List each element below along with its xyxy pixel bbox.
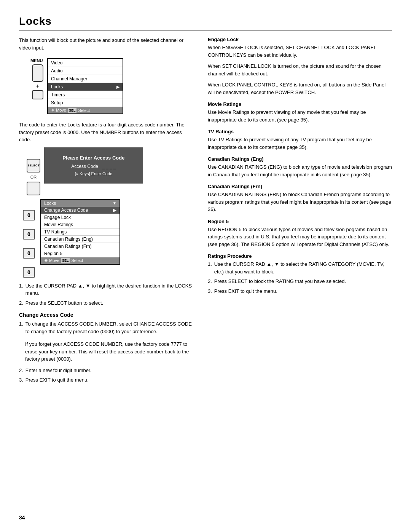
access-code-dialog: Please Enter Access Code Access Code _ _… <box>44 147 143 184</box>
right-column: Engage Lock When ENGAGE LOCK is selected… <box>208 37 392 389</box>
menu-item-locks: Locks ▶ <box>48 83 123 91</box>
enter-code-hint: [# Keys] Enter Code <box>56 171 132 176</box>
remote-body <box>32 64 43 82</box>
movie-ratings-text: Use Movie Ratings to prevent viewing of … <box>208 109 392 123</box>
change-access-steps-2: 2. Enter a new four digit number. 3. Pre… <box>19 367 194 384</box>
step-2-text: Press the SELECT button to select. <box>25 299 103 307</box>
cac-step-1-text: To change the ACCESS CODE NUMBER, select… <box>25 320 194 335</box>
locks-submenu: Locks ▼ Change Access Code ▶ Engage Lock… <box>40 199 120 265</box>
dialog-title: Please Enter Access Code <box>56 155 132 161</box>
remote-icon: + <box>30 64 45 99</box>
rp-step-3-text: Press EXIT to quit the menu. <box>214 288 277 295</box>
tv-ratings-heading: TV Ratings <box>208 129 392 134</box>
locks-menu-footer: ❖ Move SEL Select <box>41 257 119 264</box>
num-btn-0-3: 0 <box>23 248 35 259</box>
menu-item-channel-manager: Channel Manager <box>48 75 123 83</box>
title-divider <box>19 30 392 30</box>
canadian-frn-text: Use CANADIAN RATINGS (FRN) to block Cana… <box>208 191 392 213</box>
select-button: SELECT <box>27 159 40 173</box>
menu-item-timers: Timers <box>48 91 123 99</box>
num-btn-0-4: 0 <box>23 267 35 278</box>
change-access-arrow-icon: ▶ <box>113 208 116 213</box>
locks-select-label: Select <box>71 258 83 263</box>
access-dialog-wrapper: SELECT OR Please Enter Access Code Acces… <box>27 147 194 195</box>
access-code-value: _ _ _ _ <box>102 164 116 169</box>
engage-lock-para3: When LOCK PANEL CONTROL KEYS is turned o… <box>208 81 392 96</box>
lm-item-region5: Region 5 <box>41 250 119 257</box>
change-access-steps: 1. To change the ACCESS CODE NUMBER, sel… <box>19 320 194 335</box>
side-buttons: SELECT OR <box>27 159 40 195</box>
num-btn-0-2: 0 <box>23 229 35 240</box>
region5-text: Use REGION 5 to block various types of m… <box>208 226 392 248</box>
tv-ratings-text: Use TV Ratings to prevent viewing of any… <box>208 136 392 151</box>
canadian-eng-heading: Canadian Ratings (Eng) <box>208 156 392 162</box>
num-btn-0-1: 0 <box>23 210 35 220</box>
remote-bottom-btn <box>32 90 43 99</box>
step-1: 1. Use the CURSOR PAD ▲, ▼ to highlight … <box>19 282 194 297</box>
rp-step-1: 1. Use the CURSOR PAD ▲, ▼ to select the… <box>208 260 392 275</box>
locks-menu-header: Locks ▼ <box>41 200 119 207</box>
menu-item-video: Video <box>48 59 123 67</box>
menu-label: MENU + <box>30 58 47 99</box>
cac-step-2-text: Enter a new four digit number. <box>25 367 91 374</box>
lm-item-tv-ratings: TV Ratings <box>41 228 119 236</box>
lm-item-canadian-eng: Canadian Ratings (Eng) <box>41 236 119 243</box>
move-label: ❖ Move <box>51 108 66 113</box>
menu-item-audio: Audio <box>48 67 123 75</box>
lm-item-engage-lock: Engage Lock <box>41 214 119 221</box>
rp-step-2-text: Press SELECT to block the RATING that yo… <box>214 278 346 285</box>
cac-step-3: 3. Press EXIT to quit the menu. <box>19 376 194 384</box>
sel-badge: SEL <box>68 108 77 113</box>
change-access-code-heading: Change Access Code <box>19 312 194 318</box>
region5-heading: Region 5 <box>208 219 392 224</box>
page-number: 34 <box>19 514 25 521</box>
lm-item-movie-ratings: Movie Ratings <box>41 221 119 228</box>
cac-note: If you forget your ACCESS CODE NUMBER, u… <box>25 340 194 363</box>
rp-step-2: 2. Press SELECT to block the RATING that… <box>208 278 392 285</box>
alt-button <box>27 182 40 195</box>
menu-footer: ❖ Move SEL Select <box>48 107 123 113</box>
cac-step-3-text: Press EXIT to quit the menu. <box>25 376 89 384</box>
rp-step-1-text: Use the CURSOR PAD ▲, ▼ to select the RA… <box>214 260 392 275</box>
step-1-text: Use the CURSOR PAD ▲, ▼ to highlight the… <box>25 282 194 297</box>
lm-item-change-access: Change Access Code ▶ <box>41 207 119 214</box>
canadian-eng-text: Use CANADIAN RATINGS (ENG) to block any … <box>208 163 392 178</box>
access-code-line: Access Code _ _ _ _ <box>56 164 132 169</box>
engage-lock-para1: When ENGAGE LOCK is selected, SET CHANNE… <box>208 44 392 59</box>
engage-lock-para2: When SET CHANNEL LOCK is turned on, the … <box>208 62 392 77</box>
intro-text: This function will block out the picture… <box>19 37 194 51</box>
locks-arrow-icon: ▶ <box>116 85 119 89</box>
page-title: Locks <box>19 15 392 27</box>
lm-item-canadian-frn: Canadian Ratings (Frn) <box>41 243 119 250</box>
engage-lock-heading: Engage Lock <box>208 37 392 42</box>
locks-sel-badge: SEL <box>61 258 70 263</box>
menu-table: Video Audio Channel Manager Locks ▶ Time… <box>47 58 123 114</box>
menu-item-setup: Setup <box>48 99 123 107</box>
cac-step-1: 1. To change the ACCESS CODE NUMBER, sel… <box>19 320 194 335</box>
cursor-steps: 1. Use the CURSOR PAD ▲, ▼ to highlight … <box>19 282 194 307</box>
ratings-procedure-steps: 1. Use the CURSOR PAD ▲, ▼ to select the… <box>208 260 392 295</box>
locks-submenu-wrapper: 0 0 0 0 Locks ▼ Change Access Code ▶ Eng… <box>23 199 194 278</box>
movie-ratings-heading: Movie Ratings <box>208 101 392 107</box>
dropdown-arrow-icon: ▼ <box>113 201 116 205</box>
cac-step-2: 2. Enter a new four digit number. <box>19 367 194 374</box>
step-2: 2. Press the SELECT button to select. <box>19 299 194 307</box>
menu-diagram: MENU + Video Audio Channel Manager Locks… <box>30 58 194 114</box>
rp-step-3: 3. Press EXIT to quit the menu. <box>208 288 392 295</box>
left-column: This function will block out the picture… <box>19 37 194 389</box>
ratings-procedure-heading: Ratings Procedure <box>208 253 392 259</box>
plus-sign: + <box>36 83 39 89</box>
number-buttons: 0 0 0 0 <box>23 210 35 278</box>
locks-move-label: ❖ Move <box>44 258 59 263</box>
select-label: Select <box>78 108 90 113</box>
code-desc-text: The code to enter the Locks feature is a… <box>19 121 194 144</box>
canadian-frn-heading: Canadian Ratings (Frn) <box>208 184 392 189</box>
